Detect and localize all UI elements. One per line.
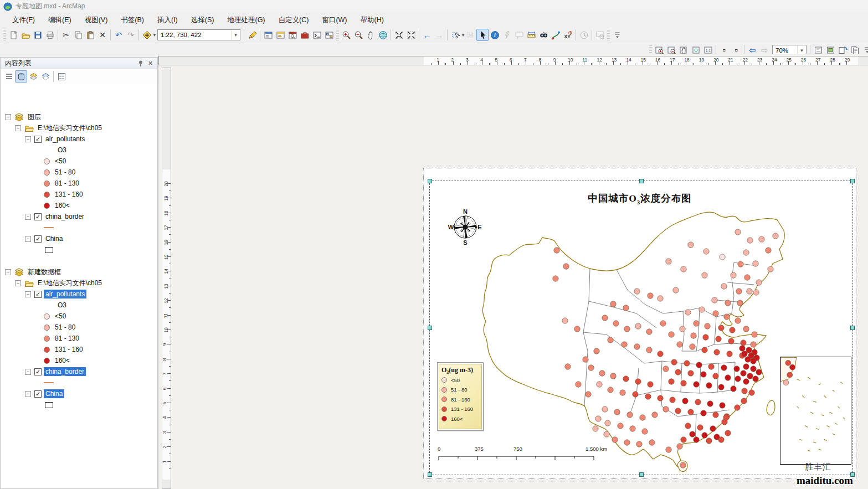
collapse-icon[interactable]: − [25, 236, 31, 242]
save-icon[interactable] [32, 29, 44, 41]
layer-visibility-checkbox[interactable]: ✓ [34, 390, 42, 398]
collapse-icon[interactable]: − [15, 280, 21, 286]
class-label[interactable]: 131 - 160 [53, 190, 85, 199]
select-features-icon[interactable] [449, 29, 461, 41]
menu-item-4[interactable]: 书签(B) [114, 13, 151, 27]
menu-item-1[interactable]: 文件(F) [6, 13, 42, 27]
collapse-icon[interactable]: − [25, 214, 31, 220]
dataframe-新建数据框[interactable]: 新建数据框 [26, 267, 63, 277]
toc-vis-icon[interactable] [27, 70, 39, 83]
find-icon[interactable] [537, 29, 549, 41]
layer-China[interactable]: China [44, 389, 64, 398]
class-symbol[interactable] [44, 325, 50, 331]
zoom-out-icon[interactable] [352, 29, 364, 41]
cut-icon[interactable]: ✂ [60, 29, 72, 41]
class-label[interactable]: <50 [53, 157, 68, 166]
class-label[interactable]: 160< [53, 356, 71, 365]
class-label[interactable]: 81 - 130 [53, 334, 81, 343]
class-symbol[interactable] [44, 192, 50, 198]
fill-symbol[interactable] [45, 402, 53, 408]
redo-icon[interactable]: ↷ [125, 29, 137, 41]
toc-order-icon[interactable] [3, 70, 15, 83]
map-scale-combo-arrow-icon[interactable]: ▾ [231, 30, 240, 40]
class-label[interactable]: 51 - 80 [53, 323, 77, 332]
class-symbol[interactable] [44, 358, 50, 364]
measure-icon[interactable] [525, 29, 537, 41]
class-symbol[interactable] [44, 336, 50, 342]
fixed-zoom-out-icon[interactable] [405, 29, 417, 41]
class-symbol[interactable] [44, 169, 50, 176]
pin-icon[interactable] [136, 59, 146, 68]
layer-visibility-checkbox[interactable]: ✓ [34, 213, 42, 220]
class-symbol[interactable] [44, 313, 50, 320]
class-symbol[interactable] [44, 347, 50, 353]
map-legend[interactable]: O3(ug m-3) <5051 - 8081 - 130131 - 16016… [437, 362, 484, 431]
layer-visibility-checkbox[interactable]: ✓ [34, 235, 42, 243]
layout-page[interactable]: 中国城市O3浓度分布图 NSWE O3(ug m-3) <5051 - 8081… [423, 168, 856, 479]
toc-window-icon[interactable] [262, 29, 274, 41]
print-icon[interactable] [44, 29, 56, 41]
search-window-icon[interactable] [286, 29, 299, 41]
menu-item-6[interactable]: 选择(S) [184, 13, 221, 27]
dropdown-arrow-icon[interactable]: ▾ [153, 33, 156, 38]
toc-sel-icon[interactable] [39, 70, 52, 83]
menu-item-3[interactable]: 视图(V) [78, 13, 115, 27]
copy-icon[interactable] [72, 29, 84, 41]
class-label[interactable]: 160< [53, 201, 71, 210]
collapse-icon[interactable]: − [25, 391, 31, 397]
menu-item-9[interactable]: 窗口(W) [315, 13, 353, 27]
back-extent-icon[interactable]: ← [421, 29, 433, 41]
group-folder-path[interactable]: E:\地信实习文件\ch05 [36, 123, 104, 133]
fixed-zoom-in-icon[interactable] [393, 29, 405, 41]
collapse-icon[interactable]: − [25, 369, 31, 375]
catalog-window-icon[interactable] [274, 29, 286, 41]
overflow-icon[interactable] [611, 29, 623, 41]
line-symbol[interactable] [44, 227, 54, 228]
zoom-in-icon[interactable] [340, 29, 352, 41]
layout-view[interactable]: 1234567891011121314151617181920212223242… [158, 54, 868, 489]
go-to-xy-icon[interactable]: XY [562, 29, 574, 41]
class-symbol[interactable] [44, 181, 50, 187]
layer-air_pollutants[interactable]: air_pollutants [44, 290, 86, 298]
collapse-icon[interactable]: − [5, 269, 11, 275]
layer-visibility-checkbox[interactable]: ✓ [34, 368, 42, 375]
layer-China[interactable]: China [44, 234, 64, 243]
menu-item-5[interactable]: 插入(I) [151, 13, 184, 27]
north-arrow-compass[interactable]: NSWE [448, 208, 483, 246]
undo-icon[interactable]: ↶ [112, 29, 125, 41]
fill-symbol[interactable] [45, 247, 53, 253]
class-symbol[interactable] [44, 203, 50, 209]
layer-air_pollutants[interactable]: air_pollutants [44, 135, 86, 143]
python-window-icon[interactable] [311, 29, 323, 41]
toc-source-icon[interactable] [15, 70, 27, 83]
group-folder-path[interactable]: E:\地信实习文件\ch05 [36, 278, 104, 289]
class-label[interactable]: 51 - 80 [53, 168, 77, 177]
class-label[interactable]: <50 [53, 312, 68, 321]
collapse-icon[interactable]: − [5, 114, 11, 120]
menu-item-7[interactable]: 地理处理(G) [220, 13, 271, 27]
identify-icon[interactable]: i [489, 29, 501, 41]
new-icon[interactable] [7, 29, 19, 41]
south-china-sea-inset[interactable] [780, 357, 851, 465]
layer-china_border[interactable]: china_border [44, 212, 86, 221]
class-label[interactable]: 81 - 130 [53, 179, 81, 188]
toolbar-grip[interactable] [607, 29, 610, 40]
find-route-icon[interactable] [549, 29, 562, 41]
open-icon[interactable] [19, 29, 32, 41]
layer-visibility-checkbox[interactable]: ✓ [34, 136, 42, 143]
paste-icon[interactable] [84, 29, 96, 41]
close-icon[interactable]: ✕ [146, 59, 155, 68]
menu-item-2[interactable]: 编辑(E) [42, 13, 78, 27]
collapse-icon[interactable]: − [15, 125, 21, 131]
collapse-icon[interactable]: − [25, 291, 31, 297]
class-symbol[interactable] [44, 158, 50, 164]
toolbar-grip[interactable] [336, 29, 339, 40]
map-title[interactable]: 中国城市O3浓度分布图 [424, 192, 856, 205]
arctoolbox-icon[interactable] [299, 29, 311, 41]
map-scale-combo[interactable]: 1:22, 730, 422▾ [157, 29, 240, 40]
line-symbol[interactable] [44, 382, 54, 383]
pan-icon[interactable] [364, 29, 377, 41]
full-extent-icon[interactable] [377, 29, 389, 41]
layer-visibility-checkbox[interactable]: ✓ [34, 291, 42, 298]
field-label[interactable]: O3 [56, 301, 68, 310]
